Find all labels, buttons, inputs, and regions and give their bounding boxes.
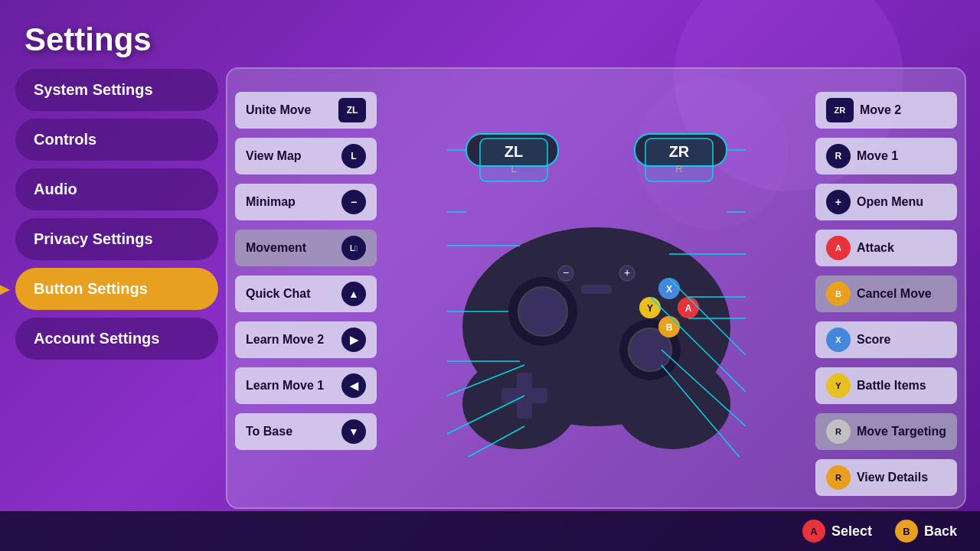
ctrl-label-unite-move: Unite Move ZL bbox=[235, 92, 377, 129]
ctrl-label-score: X Score bbox=[815, 321, 957, 358]
sidebar-item-audio[interactable]: Audio bbox=[15, 168, 218, 210]
select-label: Select bbox=[831, 523, 872, 540]
ctrl-label-quick-chat: Quick Chat ▲ bbox=[235, 276, 377, 312]
svg-text:A: A bbox=[684, 303, 691, 314]
controller-svg: ZL L ZR R bbox=[443, 120, 750, 457]
sidebar: System Settings Controls Audio Privacy S… bbox=[15, 69, 218, 360]
sidebar-item-controls[interactable]: Controls bbox=[15, 119, 218, 161]
svg-text:+: + bbox=[623, 266, 629, 279]
main-panel: Unite Move ZL View Map L Minimap − Movem… bbox=[226, 67, 966, 509]
dpad-right-badge: ▶ bbox=[341, 328, 366, 352]
l-badge: L bbox=[341, 144, 366, 168]
ctrl-label-move-2: ZR Move 2 bbox=[815, 92, 957, 129]
ctrl-label-attack: A Attack bbox=[815, 230, 957, 266]
dpad-left-badge: ◀ bbox=[341, 373, 366, 398]
r-badge-targeting: R bbox=[826, 419, 851, 444]
right-labels: ZR Move 2 R Move 1 + Open Menu A Attack … bbox=[815, 92, 957, 496]
b-button-back: B bbox=[895, 520, 918, 543]
svg-text:−: − bbox=[562, 266, 568, 279]
plus-badge: + bbox=[826, 190, 851, 214]
ctrl-label-minimap: Minimap − bbox=[235, 184, 377, 220]
y-badge: Y bbox=[826, 373, 851, 398]
page-title: Settings bbox=[24, 21, 152, 58]
zl-badge: ZL bbox=[338, 98, 366, 122]
svg-text:R: R bbox=[675, 163, 682, 174]
svg-text:Y: Y bbox=[646, 303, 652, 314]
controller-area: Unite Move ZL View Map L Minimap − Movem… bbox=[227, 69, 965, 507]
r-badge-details: R bbox=[826, 465, 851, 490]
ctrl-label-move-1: R Move 1 bbox=[815, 138, 957, 174]
svg-text:ZL: ZL bbox=[504, 143, 522, 160]
minus-badge: − bbox=[341, 190, 366, 214]
a-button-select: A bbox=[802, 520, 825, 543]
movement-badge: L⃝ bbox=[341, 236, 366, 260]
sidebar-item-account-settings[interactable]: Account Settings bbox=[15, 318, 218, 360]
svg-text:B: B bbox=[665, 322, 672, 333]
sidebar-item-button-settings[interactable]: Button Settings bbox=[15, 268, 218, 310]
ctrl-label-learn-move-1: Learn Move 1 ◀ bbox=[235, 367, 377, 404]
ctrl-label-to-base: To Base ▼ bbox=[235, 413, 377, 450]
svg-rect-29 bbox=[581, 285, 612, 294]
x-badge: X bbox=[826, 328, 851, 352]
bottom-bar: A Select B Back bbox=[0, 511, 980, 551]
ctrl-label-cancel-move: B Cancel Move bbox=[815, 276, 957, 312]
back-label: Back bbox=[924, 523, 957, 540]
left-labels: Unite Move ZL View Map L Minimap − Movem… bbox=[235, 92, 377, 450]
ctrl-label-battle-items: Y Battle Items bbox=[815, 367, 957, 404]
ctrl-label-movement: Movement L⃝ bbox=[235, 230, 377, 266]
select-action: A Select bbox=[802, 520, 872, 543]
ctrl-label-learn-move-2: Learn Move 2 ▶ bbox=[235, 321, 377, 358]
controller-diagram: ZL L ZR R bbox=[443, 120, 750, 457]
b-badge: B bbox=[826, 282, 851, 306]
svg-text:X: X bbox=[665, 284, 671, 295]
a-badge: A bbox=[826, 236, 851, 260]
zr-badge-move2: ZR bbox=[826, 98, 854, 122]
dpad-down-badge: ▼ bbox=[341, 419, 366, 444]
svg-text:L: L bbox=[511, 163, 516, 174]
r-badge-move1: R bbox=[826, 144, 851, 168]
sidebar-item-privacy-settings[interactable]: Privacy Settings bbox=[15, 218, 218, 260]
sidebar-item-system-settings[interactable]: System Settings bbox=[15, 69, 218, 111]
dpad-up-badge: ▲ bbox=[341, 282, 366, 306]
back-action: B Back bbox=[895, 520, 957, 543]
ctrl-label-view-details: R View Details bbox=[815, 459, 957, 496]
ctrl-label-view-map: View Map L bbox=[235, 138, 377, 174]
svg-point-12 bbox=[518, 287, 567, 336]
ctrl-label-open-menu: + Open Menu bbox=[815, 184, 957, 220]
svg-text:ZR: ZR bbox=[668, 143, 689, 160]
ctrl-label-move-targeting: R Move Targeting bbox=[815, 413, 957, 450]
